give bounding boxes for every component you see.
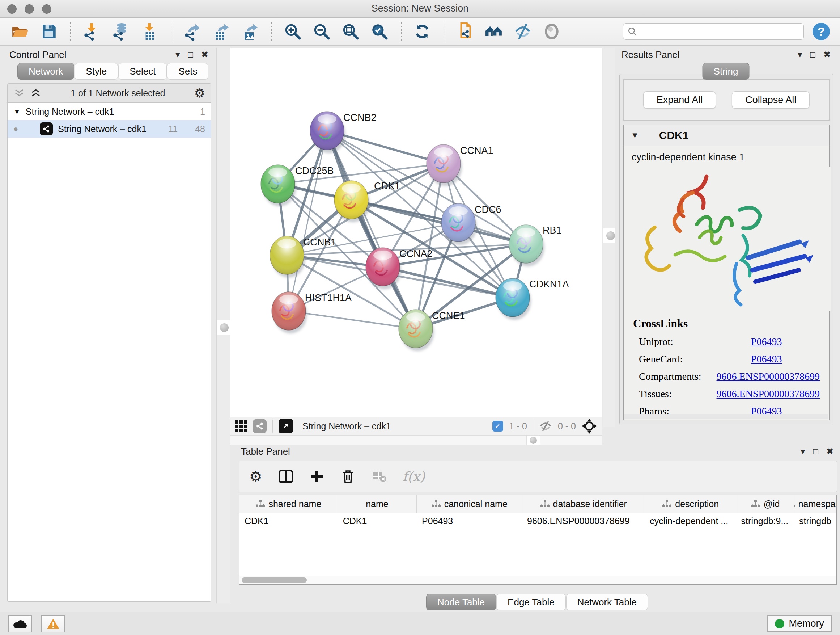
float-panel-icon[interactable]: □: [810, 50, 815, 60]
open-session-button[interactable]: [10, 21, 30, 42]
app-window: Session: New Session: [0, 0, 840, 635]
network-collection-row[interactable]: ▼ String Network – cdk1 1: [8, 103, 211, 120]
crosslink-link[interactable]: 9606.ENSP00000378699: [717, 388, 820, 400]
gene-entry-header[interactable]: ▼ CDK1: [624, 125, 829, 146]
edge-CCNB2-HIST1H1A[interactable]: [289, 131, 327, 311]
save-session-button[interactable]: [39, 21, 59, 42]
table-cell[interactable]: cyclin-dependent ...: [645, 513, 736, 530]
memory-button[interactable]: Memory: [767, 616, 832, 632]
edge-HIST1H1A-CCNE1[interactable]: [289, 311, 416, 329]
import-table-file-button[interactable]: [140, 21, 160, 42]
apply-layout-button[interactable]: [412, 21, 433, 42]
tab-network[interactable]: Network: [17, 63, 74, 80]
network-graph[interactable]: CCNB2CCNA1CDC25BCDK1CDC6RB1CCNB1CCNA2CDK…: [230, 48, 602, 417]
detach-view-icon[interactable]: [279, 419, 293, 433]
column-header-canonicalname[interactable]: canonical name: [417, 495, 522, 513]
column-header-id[interactable]: @id: [736, 495, 794, 513]
table-cell[interactable]: stringdb:9...: [736, 513, 794, 530]
add-column-icon[interactable]: [309, 469, 325, 484]
crosslink-link[interactable]: P06493: [751, 353, 782, 365]
collapse-all-networks-icon[interactable]: [13, 88, 25, 98]
tab-style[interactable]: Style: [74, 63, 118, 80]
network-canvas[interactable]: CCNB2CCNA1CDC25BCDK1CDC6RB1CCNB1CCNA2CDK…: [230, 48, 602, 417]
vertical-splitter-right[interactable]: [603, 48, 615, 427]
import-network-database-button[interactable]: [111, 21, 131, 42]
table-cell[interactable]: CDK1: [240, 513, 338, 530]
export-image-button[interactable]: [240, 21, 261, 42]
close-panel-icon[interactable]: ✖: [826, 447, 834, 456]
table-cell[interactable]: 9606.ENSP00000378699: [522, 513, 645, 530]
show-results-panel-button[interactable]: [542, 21, 562, 42]
gene-entry-cdk1: ▼ CDK1 cyclin-dependent kinase 1: [623, 125, 829, 420]
float-panel-icon[interactable]: □: [188, 50, 193, 60]
results-horizontal-scrollbar[interactable]: [624, 414, 829, 419]
table-cell[interactable]: stringdb: [794, 513, 836, 530]
export-network-button[interactable]: [182, 21, 202, 42]
table-options-gear-icon[interactable]: ⚙: [249, 468, 262, 485]
tab-sets[interactable]: Sets: [167, 63, 208, 80]
node-HIST1H1A[interactable]: HIST1H1A: [272, 292, 352, 333]
panel-menu-icon[interactable]: ▾: [175, 50, 180, 60]
export-table-button[interactable]: [211, 21, 232, 42]
zoom-fit-button[interactable]: [341, 21, 361, 42]
column-header-name[interactable]: name: [338, 495, 417, 513]
cloud-status-button[interactable]: [8, 615, 32, 632]
panel-menu-icon[interactable]: ▾: [798, 50, 802, 60]
network-share-icon[interactable]: [253, 419, 267, 433]
zoom-out-button[interactable]: [312, 21, 332, 42]
scrollbar-thumb[interactable]: [242, 578, 307, 583]
tab-network-table[interactable]: Network Table: [566, 594, 648, 610]
delete-column-icon[interactable]: [340, 469, 355, 484]
import-network-file-button[interactable]: [82, 21, 102, 42]
node-RB1[interactable]: RB1: [509, 225, 562, 266]
crosslink-link[interactable]: 9606.ENSP00000378699: [717, 371, 820, 382]
node-CCNB1[interactable]: CCNB1: [270, 236, 336, 278]
birdseye-view-icon[interactable]: [235, 420, 247, 432]
table-row[interactable]: CDK1CDK1P064939606.ENSP00000378699cyclin…: [240, 513, 836, 530]
tab-node-table[interactable]: Node Table: [426, 594, 496, 610]
results-tab-string[interactable]: String: [703, 63, 750, 80]
tab-select[interactable]: Select: [118, 63, 167, 80]
collection-expand-icon[interactable]: ▼: [13, 108, 21, 116]
collapse-all-button[interactable]: Collapse All: [732, 91, 810, 109]
column-header-description[interactable]: description: [645, 495, 736, 513]
show-columns-icon[interactable]: [278, 469, 294, 484]
expand-all-button[interactable]: Expand All: [643, 91, 716, 109]
node-CCNE1[interactable]: CCNE1: [399, 310, 465, 351]
fit-selected-crosshair-icon[interactable]: [582, 418, 597, 434]
warnings-button[interactable]: [41, 615, 65, 632]
search-input[interactable]: [640, 26, 799, 37]
table-horizontal-scrollbar[interactable]: [240, 576, 836, 584]
horizontal-splitter[interactable]: [230, 435, 602, 445]
network-row[interactable]: ● String Network – cdk1 11 48: [8, 120, 211, 138]
panel-menu-icon[interactable]: ▾: [801, 447, 805, 456]
crosslink-label: Compartments:: [633, 371, 717, 382]
close-panel-icon[interactable]: ✖: [201, 50, 208, 60]
close-panel-icon[interactable]: ✖: [823, 50, 831, 60]
entry-collapse-icon[interactable]: ▼: [631, 131, 639, 140]
node-CCNB2[interactable]: CCNB2: [310, 111, 377, 153]
splitter-handle[interactable]: [526, 435, 540, 445]
table-cell[interactable]: P06493: [417, 513, 522, 530]
column-header-namespace[interactable]: namespace: [794, 495, 836, 513]
expand-all-networks-icon[interactable]: [30, 88, 42, 98]
column-header-databaseidentifier[interactable]: database identifier: [522, 495, 645, 513]
network-options-gear-icon[interactable]: ⚙: [194, 86, 205, 100]
vertical-splitter-left[interactable]: [216, 48, 230, 603]
table-cell[interactable]: CDK1: [338, 513, 417, 530]
hide-results-panel-button[interactable]: [513, 21, 533, 42]
crosslink-link[interactable]: P06493: [751, 336, 782, 348]
node-CDK1[interactable]: CDK1: [334, 181, 400, 222]
node-CDKN1A[interactable]: CDKN1A: [496, 279, 569, 320]
table-tabs: Node TableEdge TableNetwork Table: [234, 594, 840, 610]
zoom-selected-button[interactable]: [370, 21, 390, 42]
selected-items-checkbox[interactable]: ✓: [493, 421, 503, 432]
share-file-button[interactable]: [455, 21, 475, 42]
column-header-sharedname[interactable]: shared name: [240, 495, 338, 513]
float-panel-icon[interactable]: □: [813, 447, 818, 456]
help-button[interactable]: ?: [813, 23, 830, 40]
zoom-in-button[interactable]: [283, 21, 303, 42]
node-label-CCNA1: CCNA1: [460, 145, 493, 156]
tab-edge-table[interactable]: Edge Table: [496, 594, 566, 610]
string-home-button[interactable]: [484, 21, 504, 42]
